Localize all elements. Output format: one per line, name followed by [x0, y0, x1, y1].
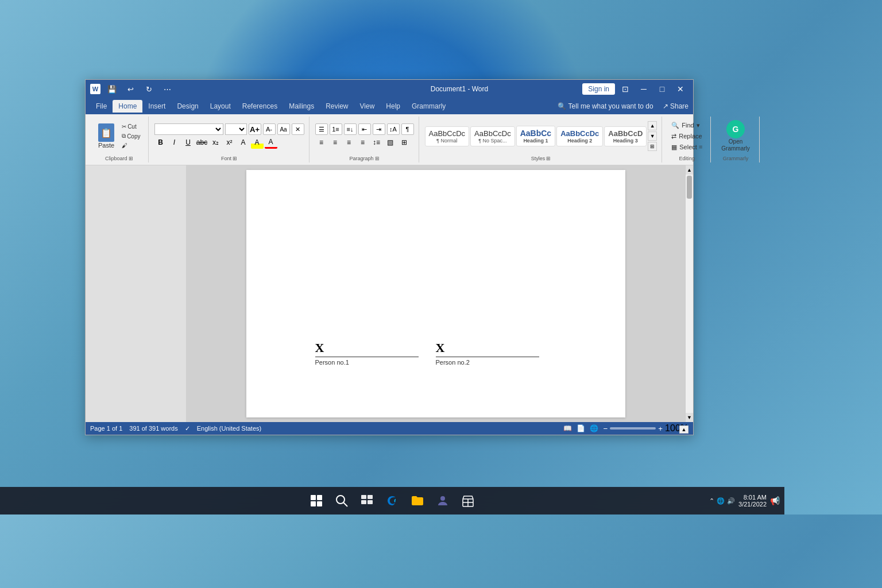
- close-button[interactable]: ✕: [672, 81, 688, 97]
- taskbar: ⌃ 🌐 🔊 8:01 AM 3/21/2022 📢: [0, 487, 784, 514]
- tab-references[interactable]: References: [237, 100, 283, 113]
- minimize-button[interactable]: ─: [636, 81, 652, 97]
- align-center-button[interactable]: ≡: [329, 136, 342, 149]
- share-button[interactable]: ↗ Share: [663, 102, 688, 110]
- zoom-out-button[interactable]: −: [603, 424, 608, 433]
- edge-button[interactable]: [381, 489, 404, 512]
- highlight-button[interactable]: A: [251, 136, 264, 149]
- volume-icon[interactable]: 🔊: [727, 497, 735, 505]
- sort-button[interactable]: ↕A: [387, 123, 400, 135]
- tab-home[interactable]: Home: [113, 100, 142, 113]
- numbering-button[interactable]: 1≡: [330, 123, 342, 135]
- subscript-button[interactable]: x₂: [210, 136, 222, 149]
- font-grow-button[interactable]: A+: [249, 123, 261, 135]
- copy-button[interactable]: ⧉ Copy: [119, 131, 143, 141]
- scroll-up-button[interactable]: ▲: [686, 165, 693, 175]
- styles-scroll-up[interactable]: ▲: [648, 121, 657, 130]
- open-grammarly-button[interactable]: G OpenGrammarly: [717, 118, 754, 154]
- font-case-button[interactable]: Aa: [277, 123, 290, 135]
- align-right-button[interactable]: ≡: [343, 136, 355, 149]
- network-icon[interactable]: 🌐: [717, 497, 725, 505]
- tab-review[interactable]: Review: [320, 100, 354, 113]
- task-view-button[interactable]: [355, 489, 378, 512]
- line-spacing-button[interactable]: ↕≡: [370, 136, 383, 149]
- tell-me[interactable]: 🔍 Tell me what you want to do: [558, 102, 653, 110]
- tab-layout[interactable]: Layout: [204, 100, 237, 113]
- page-content[interactable]: X Person no.1 X Person no.2: [281, 193, 591, 394]
- styles-expand-icon[interactable]: ⊞: [546, 156, 551, 161]
- tab-view[interactable]: View: [354, 100, 381, 113]
- more-button[interactable]: ⋯: [159, 81, 175, 97]
- teams-button[interactable]: [431, 489, 454, 512]
- font-expand-icon[interactable]: ⊞: [233, 156, 237, 161]
- style-heading3[interactable]: AaBbCcD Heading 3: [604, 126, 647, 146]
- styles-scroll-down[interactable]: ▼: [648, 131, 657, 141]
- text-effects-button[interactable]: A: [237, 136, 250, 149]
- save-button[interactable]: 💾: [104, 81, 120, 97]
- tab-insert[interactable]: Insert: [142, 100, 171, 113]
- tell-me-text: Tell me what you want to do: [568, 102, 653, 110]
- ribbon-options-button[interactable]: ⊡: [617, 81, 633, 97]
- find-button[interactable]: 🔍 Find ▾: [668, 121, 706, 130]
- align-left-button[interactable]: ≡: [315, 136, 328, 149]
- style-heading2[interactable]: AaBbCcDc Heading 2: [556, 126, 603, 146]
- format-painter-button[interactable]: 🖌: [119, 141, 143, 150]
- scroll-down-button[interactable]: ▼: [686, 413, 693, 422]
- font-name-select[interactable]: [154, 123, 223, 135]
- clipboard-expand-icon[interactable]: ⊞: [129, 156, 133, 161]
- shading-button[interactable]: ▧: [384, 136, 397, 149]
- bullets-button[interactable]: ☰: [315, 123, 328, 135]
- font-shrink-button[interactable]: A-: [263, 123, 276, 135]
- style-heading1[interactable]: AaBbCc Heading 1: [516, 126, 555, 146]
- show-marks-button[interactable]: ¶: [401, 123, 414, 135]
- tab-design[interactable]: Design: [171, 100, 204, 113]
- borders-button[interactable]: ⊞: [398, 136, 411, 149]
- styles-expand[interactable]: ⊞: [648, 142, 657, 151]
- tab-grammarly[interactable]: Grammarly: [406, 100, 451, 113]
- clock[interactable]: 8:01 AM 3/21/2022: [738, 494, 767, 508]
- font-color-button[interactable]: A: [265, 136, 277, 149]
- ribbon-collapse-button[interactable]: ▲: [679, 425, 688, 434]
- vertical-scrollbar[interactable]: ▲ ▼: [685, 165, 693, 422]
- tab-file[interactable]: File: [90, 100, 113, 113]
- maximize-button[interactable]: □: [654, 81, 670, 97]
- strikethrough-button[interactable]: abc: [196, 136, 208, 149]
- paste-button[interactable]: 📋 Paste: [95, 121, 118, 151]
- decrease-indent-button[interactable]: ⇤: [358, 123, 371, 135]
- chevron-up-icon[interactable]: ⌃: [709, 497, 714, 505]
- clear-format-button[interactable]: ✕: [292, 123, 304, 135]
- start-button[interactable]: [305, 489, 328, 512]
- bold-button[interactable]: B: [154, 136, 167, 149]
- document-page[interactable]: X Person no.1 X Person no.2: [246, 170, 625, 417]
- font-size-select[interactable]: [225, 123, 247, 135]
- store-button[interactable]: [457, 489, 479, 512]
- tab-help[interactable]: Help: [380, 100, 406, 113]
- select-button[interactable]: ▦ Select =: [668, 142, 706, 152]
- sign-in-button[interactable]: Sign in: [582, 83, 615, 95]
- redo-button[interactable]: ↻: [141, 81, 157, 97]
- zoom-slider[interactable]: [610, 427, 656, 430]
- multilevel-list-button[interactable]: ≡↓: [344, 123, 357, 135]
- scrollbar-thumb[interactable]: [687, 176, 692, 199]
- italic-button[interactable]: I: [168, 136, 181, 149]
- paragraph-expand-icon[interactable]: ⊞: [375, 156, 380, 161]
- replace-button[interactable]: ⇄ Replace: [668, 131, 706, 141]
- increase-indent-button[interactable]: ⇥: [373, 123, 385, 135]
- style-normal[interactable]: AaBbCcDc ¶ Normal: [425, 126, 470, 146]
- underline-button[interactable]: U: [182, 136, 195, 149]
- notification-icon[interactable]: 📢: [770, 496, 780, 505]
- zoom-in-button[interactable]: +: [658, 424, 663, 433]
- tab-mailings[interactable]: Mailings: [283, 100, 320, 113]
- language-info[interactable]: English (United States): [197, 425, 262, 432]
- style-no-spacing[interactable]: AaBbCcDc ¶ No Spac...: [470, 126, 515, 146]
- undo-button[interactable]: ↩: [122, 81, 138, 97]
- proofing-icon[interactable]: ✓: [185, 425, 190, 432]
- justify-button[interactable]: ≡: [357, 136, 369, 149]
- print-layout-button[interactable]: 📄: [577, 424, 585, 432]
- read-mode-button[interactable]: 📖: [563, 424, 572, 432]
- web-layout-button[interactable]: 🌐: [590, 424, 598, 432]
- superscript-button[interactable]: x²: [223, 136, 236, 149]
- search-taskbar-button[interactable]: [330, 489, 353, 512]
- cut-button[interactable]: ✂ Cut: [119, 122, 143, 131]
- file-explorer-button[interactable]: [406, 489, 429, 512]
